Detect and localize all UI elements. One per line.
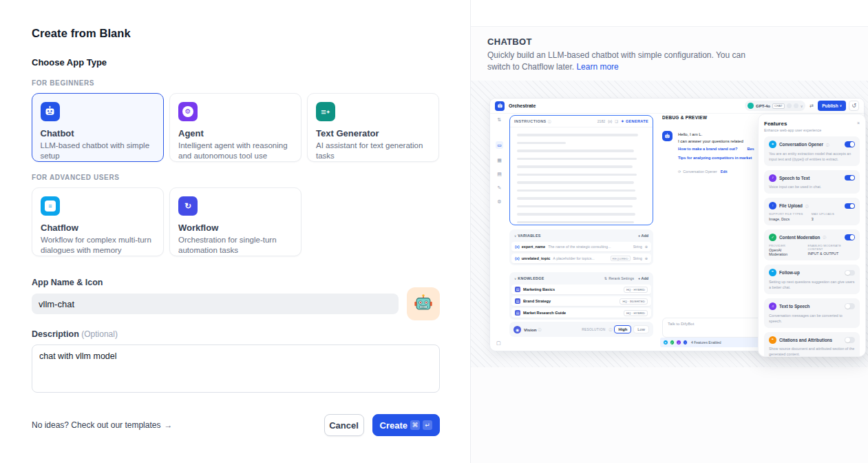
app-icon-picker[interactable] bbox=[407, 287, 440, 320]
cmd-key-icon: ⌘ bbox=[410, 420, 420, 430]
gpt4o-model-icon bbox=[748, 103, 754, 109]
variables-panel: ∨ VARIABLES + Add {x} expert_name The na… bbox=[509, 229, 653, 265]
toggle-on bbox=[845, 175, 855, 181]
model-selector: GPT-4o CHAT ∨ bbox=[745, 101, 805, 111]
history-icon: ↺ bbox=[849, 101, 859, 111]
app-type-preview-pane: CHATBOT Quickly build an LLM-based chatb… bbox=[470, 0, 868, 463]
info-icon: ⓘ bbox=[608, 327, 612, 331]
chatbot-icon bbox=[41, 102, 60, 121]
top-strip bbox=[471, 0, 868, 27]
variable-row: {x} unrelated_topic A placeholder for to… bbox=[511, 254, 651, 263]
vision-eye-icon: ◉ bbox=[514, 326, 521, 333]
model-name: GPT-4o bbox=[756, 104, 770, 108]
create-app-modal: Create from Blank Choose App Type FOR BE… bbox=[0, 0, 470, 463]
agent-icon: ⚙ bbox=[178, 102, 198, 121]
note-icon: ✎ bbox=[498, 185, 502, 190]
features-enabled-strip: ✦ ✓ ♪ ↑ 4 Features Enabled bbox=[660, 338, 772, 347]
card-desc: AI assistant for text generation tasks bbox=[316, 141, 430, 161]
app-type-card-workflow[interactable]: ↻ Workflow Orchestration for single-turn… bbox=[169, 187, 301, 256]
copy-icon: ❏ bbox=[615, 119, 618, 123]
follow-up-icon: ❞ bbox=[769, 269, 776, 276]
card-desc: LLM-based chatbot with simple setup bbox=[41, 141, 156, 161]
chatflow-icon: ≡ bbox=[41, 196, 60, 216]
resolution-low-chip: Low bbox=[633, 325, 649, 333]
toggle-on bbox=[845, 141, 855, 147]
generate-button: ✦ GENERATE bbox=[621, 119, 648, 123]
resolution-high-chip: High bbox=[614, 325, 631, 333]
beginner-app-type-cards: Chatbot LLM-based chatbot with simple se… bbox=[32, 93, 440, 162]
feature-citations: ❝ Citations and Attributions Show source… bbox=[764, 332, 860, 357]
robot-emoji-icon bbox=[413, 294, 434, 314]
file-upload-icon: ↑ bbox=[683, 340, 688, 345]
toggle-off bbox=[845, 337, 855, 343]
app-name-label: App Name & Icon bbox=[32, 278, 440, 287]
templates-link[interactable]: No ideas? Check out our templates → bbox=[32, 420, 172, 430]
feature-file-upload: ↑ File Upload ⓘ SUPPORT FILE TYPESImage,… bbox=[764, 198, 860, 225]
char-count: 2182 bbox=[597, 119, 606, 123]
citations-icon: ❝ bbox=[769, 336, 776, 344]
preview-description: Quickly build an LLM-based chatbot with … bbox=[487, 50, 763, 74]
workflow-icon: ↻ bbox=[178, 196, 198, 216]
create-button[interactable]: Create ⌘ ↵ bbox=[372, 414, 440, 436]
card-desc: Intelligent agent with reasoning and aut… bbox=[178, 141, 293, 161]
chevron-down-icon: ∨ bbox=[514, 277, 516, 280]
cancel-button[interactable]: Cancel bbox=[324, 414, 364, 436]
choose-app-type-label: Choose App Type bbox=[32, 57, 440, 68]
feature-speech-to-text: ♪ Speech to Text Voice input can be used… bbox=[764, 170, 860, 194]
app-name-row bbox=[32, 294, 440, 314]
card-title: Agent bbox=[178, 128, 293, 138]
card-title: Chatflow bbox=[41, 223, 155, 233]
learn-more-link[interactable]: Learn more bbox=[576, 62, 618, 72]
app-type-card-text-generator[interactable]: ≡✦ Text Generator AI assistant for text … bbox=[307, 93, 439, 162]
settings-gear-icon: ⚙ bbox=[497, 199, 501, 204]
edit-link: Edit bbox=[721, 169, 728, 174]
params-icon bbox=[794, 103, 798, 108]
for-beginners-label: FOR BEGINNERS bbox=[32, 79, 440, 87]
shot-sidebar: ⇅ ▭ ▦ ▤ ✎ ⚙ bbox=[490, 114, 509, 351]
page-title: Create from Blank bbox=[32, 27, 440, 40]
dataset-icon: ▤ bbox=[515, 310, 520, 316]
info-icon: ⓘ bbox=[548, 119, 551, 123]
difybot-input: Talk to DifyBot bbox=[662, 318, 771, 338]
knowledge-panel: ∨ KNOWLEDGE ⇅ Rerank Settings + Add ▤ Ma… bbox=[509, 272, 653, 320]
features-panel: Features × Enhance web-app user experien… bbox=[758, 114, 866, 357]
toggle-on bbox=[845, 234, 855, 240]
info-icon: ⓘ bbox=[823, 235, 826, 239]
add-knowledge-button: + Add bbox=[638, 276, 648, 280]
app-type-card-chatflow[interactable]: ≡ Chatflow Workflow for complex multi-tu… bbox=[32, 187, 164, 256]
conversation-opener-icon: ✦ bbox=[663, 340, 668, 345]
speech-to-text-icon: ♪ bbox=[769, 174, 776, 182]
variable-token-icon: {x} bbox=[515, 245, 520, 249]
frame-icon: ▢ bbox=[496, 340, 501, 346]
document-icon: ▤ bbox=[497, 172, 502, 176]
app-type-card-agent[interactable]: ⚙ Agent Intelligent agent with reasoning… bbox=[169, 93, 301, 162]
knowledge-title: KNOWLEDGE bbox=[518, 276, 544, 280]
feature-text-to-speech: ♫ Text to Speech Conversation messages c… bbox=[764, 298, 860, 328]
text-generator-icon: ≡✦ bbox=[316, 102, 335, 121]
shot-app-title: Orchestrate bbox=[509, 103, 536, 108]
app-type-card-chatbot[interactable]: Chatbot LLM-based chatbot with simple se… bbox=[32, 93, 164, 162]
feature-follow-up: ❞ Follow-up Setting up next questions su… bbox=[764, 265, 860, 294]
app-name-input[interactable] bbox=[32, 294, 399, 314]
card-desc: Orchestration for single-turn automation… bbox=[178, 235, 293, 256]
feature-conversation-opener: ✦ Conversation Opener ⓘ You are an entit… bbox=[764, 136, 860, 166]
knowledge-row: ▤ Marketing Basics HQ · HYBRID bbox=[511, 285, 651, 294]
chevron-down-icon: ∨ bbox=[801, 104, 803, 108]
swap-icon: ⇅ bbox=[604, 276, 607, 280]
app-avatar-robot-icon bbox=[495, 101, 505, 111]
toggle-on bbox=[845, 203, 855, 209]
speech-to-text-icon: ♪ bbox=[676, 340, 681, 345]
info-icon: ⓘ bbox=[826, 143, 829, 147]
temperature-icon bbox=[787, 103, 792, 108]
image-icon: ▦ bbox=[497, 158, 502, 163]
arrow-right-icon: → bbox=[164, 420, 172, 430]
vision-bar: ◉ Vision ⓘ RESOLUTION ⓘ High Low bbox=[509, 322, 653, 337]
conversation-opener-icon: ✦ bbox=[769, 141, 776, 148]
dataset-icon: ▤ bbox=[515, 298, 520, 304]
preview-heading: CHATBOT bbox=[487, 37, 532, 47]
description-input[interactable]: chat with vllm model bbox=[32, 344, 440, 393]
content-moderation-icon: ✓ bbox=[670, 340, 675, 345]
dataset-icon: ▤ bbox=[515, 287, 520, 292]
knowledge-row: ▤ Market Research Guide HQ · HYBRID bbox=[511, 308, 651, 318]
knowledge-row: ▤ Brand Strategy HQ · INVERTED bbox=[511, 296, 651, 306]
